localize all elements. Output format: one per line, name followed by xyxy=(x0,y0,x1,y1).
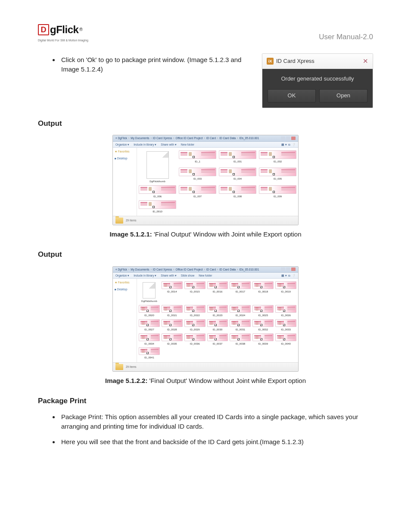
id-card-thumb[interactable]: ID_0031 xyxy=(230,319,251,332)
id-card-thumb[interactable]: ID_0033 xyxy=(275,319,296,332)
id-card-thumb[interactable]: ID_0023 xyxy=(207,305,228,317)
id-card-thumb[interactable]: ID_0034 xyxy=(139,333,160,346)
explorer-sidebar[interactable]: ★ Favorites ■ Desktop xyxy=(113,148,137,216)
id-card-thumb[interactable]: ID_0040 xyxy=(275,333,296,346)
id-card-thumb[interactable]: ID_1 xyxy=(179,150,216,166)
id-card-thumb[interactable]: ID_008 xyxy=(219,185,256,199)
file-thumb[interactable]: DgFlickthumb xyxy=(139,281,160,303)
logo-reg: ® xyxy=(79,27,82,33)
id-card-thumb[interactable]: ID_0015 xyxy=(184,281,206,303)
id-card-thumb[interactable]: ID_0021 xyxy=(162,305,183,317)
id-card-thumb[interactable]: ID_005 xyxy=(259,168,296,183)
id-card-thumb[interactable]: ID_0041 xyxy=(139,347,160,360)
list-item: Here you will see that the front and bac… xyxy=(59,437,373,447)
id-card-thumb[interactable]: ID_0020 xyxy=(139,305,160,317)
id-card-thumb[interactable]: ID_0039 xyxy=(252,333,274,346)
close-icon[interactable]: ✕ xyxy=(363,56,368,66)
id-card-thumb[interactable]: ID_0010 xyxy=(139,200,176,214)
open-button[interactable]: Open xyxy=(319,89,367,103)
explorer-status: 29 items xyxy=(113,216,298,225)
caption-1: Image 5.1.2.1: 'Final Output' Window wit… xyxy=(38,230,373,239)
explorer-grid-1: DgFlickthumbID_1ID_001ID_002ID_003ID_004… xyxy=(137,148,298,216)
breadcrumb: « DgFlick› My Documents› ID Card Xpress›… xyxy=(115,268,259,271)
logo-tagline: Digital World For Still & Motion Imaging xyxy=(38,38,88,42)
package-bullets: Package Print: This option assembles all… xyxy=(38,412,373,446)
id-card-thumb[interactable]: ID_0026 xyxy=(275,305,296,317)
list-item: Package Print: This option assembles all… xyxy=(59,412,373,431)
file-thumb[interactable]: DgFlickthumb xyxy=(139,150,176,184)
id-card-thumb[interactable]: ID_007 xyxy=(179,185,216,199)
page-header: D gFlick ® Digital World For Still & Mot… xyxy=(38,22,373,42)
id-card-thumb[interactable]: ID_002 xyxy=(259,150,296,166)
id-card-thumb[interactable]: ID_009 xyxy=(259,185,296,199)
dialog-message: Order generated successfully xyxy=(268,75,367,83)
logo: D gFlick ® Digital World For Still & Mot… xyxy=(38,22,88,42)
id-card-thumb[interactable]: ID_006 xyxy=(139,185,176,199)
app-icon: iX xyxy=(267,58,274,65)
logo-d-icon: D xyxy=(38,24,49,35)
intro-bullet: Click on 'Ok' to go to package print win… xyxy=(59,55,252,74)
header-right: User Manual-2.0 xyxy=(319,32,373,43)
id-card-thumb[interactable]: ID_0018 xyxy=(252,281,274,303)
caption-2: Image 5.1.2.2: 'Final Output' Window wit… xyxy=(38,376,373,386)
breadcrumb: « DgFlick› My Documents› ID Card Xpress›… xyxy=(115,136,259,140)
folder-icon xyxy=(115,364,123,370)
id-card-thumb[interactable]: ID_0029 xyxy=(184,319,206,332)
folder-icon xyxy=(115,218,123,224)
id-card-thumb[interactable]: ID_0014 xyxy=(162,281,183,303)
explorer-window-2: « DgFlick› My Documents› ID Card Xpress›… xyxy=(112,266,299,372)
section-output-1: Output xyxy=(38,118,373,129)
id-card-thumb[interactable]: ID_0025 xyxy=(252,305,274,317)
order-dialog: iX ID Card Xpress ✕ Order generated succ… xyxy=(262,53,373,108)
dialog-title: ID Card Xpress xyxy=(276,57,314,65)
explorer-toolbar[interactable]: Organize ▾ Include in library ▾ Share wi… xyxy=(113,273,298,279)
id-card-thumb[interactable]: ID_0024 xyxy=(230,305,251,317)
explorer-status: 29 items xyxy=(113,362,298,371)
id-card-thumb[interactable]: ID_0030 xyxy=(207,319,228,332)
explorer-sidebar[interactable]: ★ Favorites ■ Desktop xyxy=(113,279,137,362)
id-card-thumb[interactable]: ID_0032 xyxy=(252,319,274,332)
section-output-2: Output xyxy=(38,249,373,260)
section-package-print: Package Print xyxy=(38,396,373,407)
id-card-thumb[interactable]: ID_0035 xyxy=(162,333,183,346)
id-card-thumb[interactable]: ID_0017 xyxy=(230,281,251,303)
explorer-grid-2: DgFlickthumbID_0014ID_0015ID_0016ID_0017… xyxy=(137,279,298,362)
id-card-thumb[interactable]: ID_0027 xyxy=(139,319,160,332)
logo-text: gFlick xyxy=(50,22,78,37)
id-card-thumb[interactable]: ID_0037 xyxy=(207,333,228,346)
id-card-thumb[interactable]: ID_0019 xyxy=(275,281,296,303)
window-controls[interactable] xyxy=(281,268,296,271)
explorer-toolbar[interactable]: Organize ▾ Include in library ▾ Share wi… xyxy=(113,142,298,148)
id-card-thumb[interactable]: ID_001 xyxy=(219,150,256,166)
id-card-thumb[interactable]: ID_004 xyxy=(219,168,256,183)
window-controls[interactable] xyxy=(281,137,296,140)
id-card-thumb[interactable]: ID_0036 xyxy=(184,333,206,346)
explorer-window-1: « DgFlick› My Documents› ID Card Xpress›… xyxy=(112,135,299,225)
ok-button[interactable]: OK xyxy=(268,89,316,103)
id-card-thumb[interactable]: ID_0038 xyxy=(230,333,251,346)
id-card-thumb[interactable]: ID_0016 xyxy=(207,281,228,303)
id-card-thumb[interactable]: ID_0028 xyxy=(162,319,183,332)
id-card-thumb[interactable]: ID_0022 xyxy=(184,305,206,317)
id-card-thumb[interactable]: ID_003 xyxy=(179,168,216,183)
